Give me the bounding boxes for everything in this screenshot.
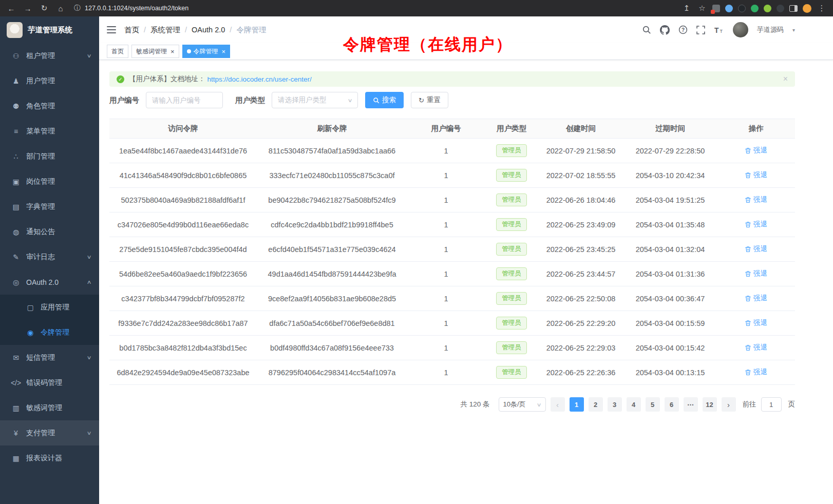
force-logout-button[interactable]: 强退 xyxy=(745,220,767,229)
username[interactable]: 芋道源码 xyxy=(757,25,784,34)
table-row: b0d1785bc3a8482f812db4a3f3bd15ecb0df4980… xyxy=(109,336,795,360)
chevron-down-icon[interactable]: ▾ xyxy=(792,27,795,33)
breadcrumb-item[interactable]: 系统管理 xyxy=(150,25,180,35)
browser-back-icon[interactable]: ← xyxy=(6,4,16,13)
expire-time-cell: 2054-03-04 01:35:48 xyxy=(623,212,717,237)
refresh-token-cell: 333ecfc71e02480cb11055c875c3ca0f xyxy=(257,163,407,188)
sidebar-item-menu[interactable]: ≡菜单管理 xyxy=(0,119,99,144)
goto-page-input[interactable] xyxy=(761,397,782,412)
force-logout-button[interactable]: 强退 xyxy=(745,269,767,278)
search-icon[interactable] xyxy=(642,25,651,34)
sidebar-item-sms[interactable]: ✉短信管理∨ xyxy=(0,345,99,370)
sidebar-item-payment[interactable]: ¥支付管理∨ xyxy=(0,420,99,445)
table-header-row: 访问令牌刷新令牌用户编号用户类型创建时间过期时间操作 xyxy=(109,119,795,139)
extension-icon[interactable] xyxy=(738,5,746,12)
browser-forward-icon[interactable]: → xyxy=(23,4,33,13)
force-logout-button[interactable]: 强退 xyxy=(745,244,767,254)
tab-token[interactable]: 令牌管理× xyxy=(182,45,231,58)
sidebar-item-user[interactable]: ♟用户管理 xyxy=(0,68,99,93)
active-dot-icon xyxy=(187,49,191,53)
force-logout-button[interactable]: 强退 xyxy=(745,367,767,377)
page-button-4[interactable]: 4 xyxy=(627,397,641,412)
force-logout-button[interactable]: 强退 xyxy=(745,170,767,180)
sidebar-item-error-code[interactable]: </>错误码管理 xyxy=(0,370,99,395)
sidebar-item-dept[interactable]: ∴部门管理 xyxy=(0,144,99,169)
search-button[interactable]: 搜索 xyxy=(365,92,404,108)
page-button-12[interactable]: 12 xyxy=(703,397,717,412)
app-title: 芋道管理系统 xyxy=(28,25,72,35)
sidebar-toggle-icon[interactable] xyxy=(789,5,798,12)
extension-icon[interactable] xyxy=(751,5,759,12)
sidebar-item-token-management[interactable]: ◉令牌管理 xyxy=(0,320,99,345)
fullscreen-icon[interactable] xyxy=(696,26,705,34)
close-icon[interactable]: × xyxy=(222,48,226,55)
user-type-cell: 管理员 xyxy=(485,311,538,336)
access-token-cell: c347026e805e4d99b0d116eae66eda8c xyxy=(109,212,257,237)
close-icon[interactable]: × xyxy=(783,74,788,84)
tab-home[interactable]: 首页 xyxy=(107,45,128,58)
page-button-1[interactable]: 1 xyxy=(570,397,584,412)
breadcrumb-item[interactable]: OAuth 2.0 xyxy=(192,26,225,34)
user-id-cell: 1 xyxy=(407,163,485,188)
sidebar-item-notice[interactable]: ◍通知公告 xyxy=(0,219,99,244)
doc-link[interactable]: https://doc.iocoder.cn/user-center/ xyxy=(207,75,312,83)
table-row: c342377bf8b344799dcbf7bf095287f29ce8ef2a… xyxy=(109,286,795,311)
user-id-input[interactable] xyxy=(146,92,223,108)
expire-time-cell: 2022-07-29 22:28:50 xyxy=(623,139,717,163)
sidebar-item-app-management[interactable]: ▢应用管理 xyxy=(0,295,99,320)
page-button-2[interactable]: 2 xyxy=(589,397,603,412)
sidebar-item-tenant[interactable]: ⚇租户管理∨ xyxy=(0,43,99,68)
sidebar-item-audit-log[interactable]: ✎审计日志∨ xyxy=(0,244,99,269)
help-icon[interactable]: ? xyxy=(678,25,688,34)
force-logout-button[interactable]: 强退 xyxy=(745,318,767,327)
next-page-button[interactable]: › xyxy=(722,397,736,412)
extension-badge xyxy=(711,10,715,14)
sidebar-item-post[interactable]: ▣岗位管理 xyxy=(0,169,99,194)
close-icon[interactable]: × xyxy=(171,48,175,55)
page-info-icon[interactable]: ⓘ xyxy=(74,4,81,13)
goto-label: 前往 xyxy=(743,400,756,409)
tab-sensitive-word[interactable]: 敏感词管理× xyxy=(131,45,179,58)
user-type-cell: 管理员 xyxy=(485,139,538,163)
address-bar[interactable]: ⓘ 127.0.0.1:1024/system/oauth2/token xyxy=(74,4,675,13)
extension-icon[interactable] xyxy=(712,5,720,12)
prev-page-button[interactable]: ‹ xyxy=(551,397,565,412)
force-logout-button[interactable]: 强退 xyxy=(745,195,767,204)
page-size-select[interactable]: 10条/页 ∨ xyxy=(499,397,546,412)
app-logo[interactable]: 芋道管理系统 xyxy=(0,16,99,43)
sidebar-item-dict[interactable]: ▤字典管理 xyxy=(0,194,99,219)
bookmark-star-icon[interactable]: ☆ xyxy=(697,4,707,13)
sidebar-item-sensitive-word[interactable]: ▥敏感词管理 xyxy=(0,395,99,420)
expire-time-cell: 2054-03-04 01:31:36 xyxy=(623,262,717,286)
sidebar-item-role[interactable]: ⚉角色管理 xyxy=(0,93,99,119)
github-icon[interactable] xyxy=(660,25,670,35)
user-id-cell: 1 xyxy=(407,139,485,163)
app-window: 芋道管理系统 ⚇租户管理∨♟用户管理⚉角色管理≡菜单管理∴部门管理▣岗位管理▤字… xyxy=(0,16,833,504)
oauth2-icon: ◎ xyxy=(10,278,22,286)
breadcrumb-item[interactable]: 首页 xyxy=(124,25,139,35)
extension-icon[interactable] xyxy=(777,5,784,12)
browser-home-icon[interactable]: ⌂ xyxy=(55,4,66,13)
browser-reload-icon[interactable]: ↻ xyxy=(39,4,49,13)
page-button-5[interactable]: 5 xyxy=(646,397,660,412)
sidebar-item-oauth2[interactable]: ◎OAuth 2.0∧ xyxy=(0,269,99,295)
column-header: 用户编号 xyxy=(407,119,485,139)
reset-button[interactable]: ↻ 重置 xyxy=(411,92,448,108)
action-cell: 强退 xyxy=(717,311,795,336)
force-logout-button[interactable]: 强退 xyxy=(745,146,767,155)
extension-icon[interactable] xyxy=(725,5,733,12)
force-logout-button[interactable]: 强退 xyxy=(745,294,767,303)
user-avatar[interactable] xyxy=(733,22,748,37)
page-button-3[interactable]: 3 xyxy=(608,397,622,412)
user-type-select[interactable]: 请选择用户类型 ∨ xyxy=(272,92,358,108)
profile-avatar[interactable] xyxy=(803,4,811,13)
font-size-icon[interactable]: TT xyxy=(714,26,724,34)
sidebar-item-report-designer[interactable]: ▦报表设计器 xyxy=(0,445,99,471)
page-ellipsis[interactable]: ⋯ xyxy=(684,397,698,412)
extension-icon[interactable] xyxy=(764,5,771,12)
share-icon[interactable]: ↥ xyxy=(681,4,692,13)
force-logout-button[interactable]: 强退 xyxy=(745,343,767,352)
page-button-6[interactable]: 6 xyxy=(665,397,679,412)
browser-menu-icon[interactable]: ⋮ xyxy=(817,4,827,13)
hamburger-icon[interactable] xyxy=(107,26,116,33)
